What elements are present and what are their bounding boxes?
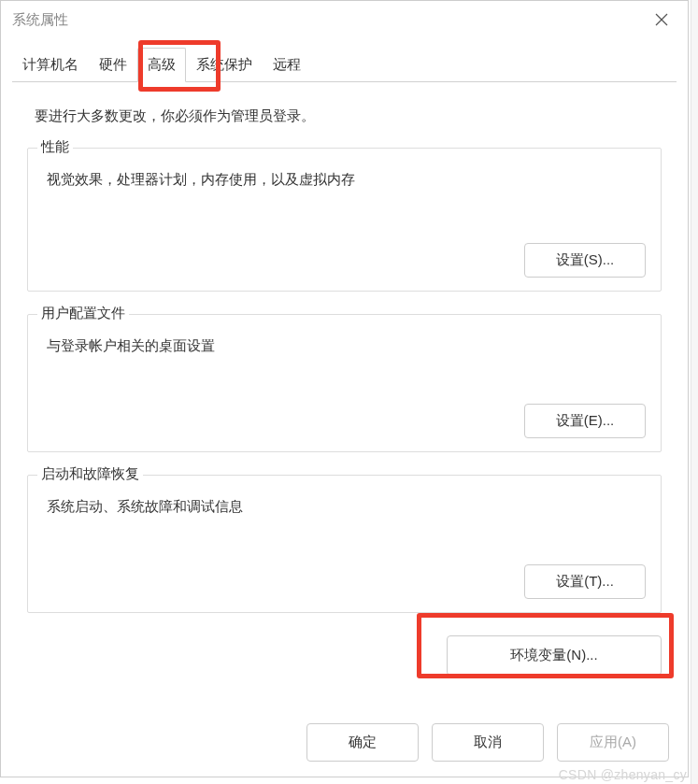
group-performance-desc: 视觉效果，处理器计划，内存使用，以及虚拟内存 bbox=[47, 171, 644, 189]
close-icon bbox=[655, 13, 668, 26]
tab-content-advanced: 要进行大多数更改，你必须作为管理员登录。 性能 视觉效果，处理器计划，内存使用，… bbox=[1, 83, 688, 685]
apply-button[interactable]: 应用(A) bbox=[557, 723, 669, 762]
tab-computer-name[interactable]: 计算机名 bbox=[12, 48, 89, 82]
env-row: 环境变量(N)... bbox=[27, 635, 662, 676]
startup-settings-button[interactable]: 设置(T)... bbox=[524, 564, 646, 599]
tab-hardware[interactable]: 硬件 bbox=[89, 48, 137, 82]
cancel-button[interactable]: 取消 bbox=[432, 723, 544, 762]
user-profile-settings-button[interactable]: 设置(E)... bbox=[524, 404, 646, 438]
group-performance-title: 性能 bbox=[37, 138, 73, 156]
tab-underline bbox=[12, 81, 677, 82]
group-startup-recovery: 启动和故障恢复 系统启动、系统故障和调试信息 设置(T)... bbox=[27, 475, 662, 613]
group-user-profile-desc: 与登录帐户相关的桌面设置 bbox=[47, 337, 644, 355]
close-button[interactable] bbox=[643, 5, 680, 35]
ok-button[interactable]: 确定 bbox=[306, 723, 419, 762]
group-startup-title: 启动和故障恢复 bbox=[37, 465, 143, 483]
group-performance: 性能 视觉效果，处理器计划，内存使用，以及虚拟内存 设置(S)... bbox=[27, 148, 662, 292]
group-user-profile: 用户配置文件 与登录帐户相关的桌面设置 设置(E)... bbox=[27, 314, 662, 452]
tab-remote[interactable]: 远程 bbox=[263, 48, 311, 82]
group-user-profile-title: 用户配置文件 bbox=[37, 305, 129, 322]
titlebar: 系统属性 bbox=[1, 1, 688, 38]
watermark-text: CSDN @zhenyan_cy bbox=[559, 767, 687, 782]
background-sliver bbox=[691, 0, 698, 784]
admin-note: 要进行大多数更改，你必须作为管理员登录。 bbox=[35, 107, 662, 125]
environment-variables-button[interactable]: 环境变量(N)... bbox=[447, 635, 662, 676]
tab-system-protection[interactable]: 系统保护 bbox=[186, 48, 263, 82]
group-startup-desc: 系统启动、系统故障和调试信息 bbox=[47, 498, 644, 516]
window-title: 系统属性 bbox=[12, 11, 68, 29]
tab-advanced[interactable]: 高级 bbox=[137, 48, 186, 82]
tab-bar: 计算机名 硬件 高级 系统保护 远程 bbox=[1, 38, 688, 83]
performance-settings-button[interactable]: 设置(S)... bbox=[524, 243, 646, 278]
system-properties-dialog: 系统属性 计算机名 硬件 高级 系统保护 远程 要进行大多数更改，你必须作为管理… bbox=[0, 0, 689, 777]
dialog-footer: 确定 取消 应用(A) bbox=[306, 723, 669, 762]
